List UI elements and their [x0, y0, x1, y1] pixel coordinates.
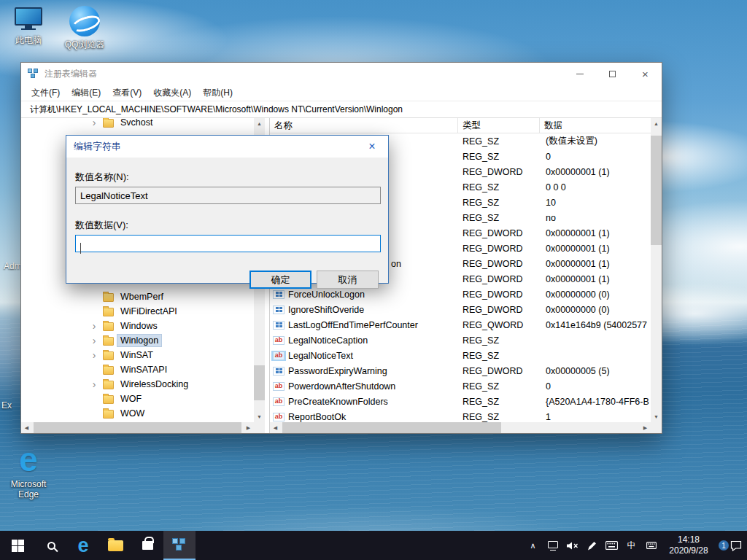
tray-expand-button[interactable]: ∧: [523, 531, 543, 560]
folder-icon: [103, 366, 114, 375]
value-data-input[interactable]: [75, 235, 381, 252]
tree-item-windows[interactable]: ›Windows: [21, 319, 254, 334]
scroll-up-icon[interactable]: ▲: [651, 118, 662, 129]
dialog-titlebar[interactable]: 编辑字符串 ×: [66, 136, 388, 158]
tree-horizontal-scrollbar[interactable]: ◀ ▶: [21, 422, 254, 433]
start-button[interactable]: [0, 531, 35, 560]
menu-item-edit[interactable]: 编辑(E): [66, 85, 107, 101]
close-button[interactable]: ×: [629, 63, 662, 85]
value-data: 0x00000001 (1): [540, 244, 651, 254]
file-explorer-taskbar-button[interactable]: [99, 531, 131, 560]
expand-arrow-icon[interactable]: ›: [90, 334, 98, 348]
folder-icon: [103, 395, 114, 404]
address-bar[interactable]: 计算机\HKEY_LOCAL_MACHINE\SOFTWARE\Microsof…: [21, 101, 662, 118]
expand-arrow-icon[interactable]: ›: [90, 118, 98, 130]
tree-item-label: WiFiDirectAPI: [117, 306, 180, 317]
tree-item-label: Winlogon: [117, 335, 161, 346]
tree-item-wof[interactable]: WOF: [21, 392, 254, 407]
value-name: PasswordExpiryWarning: [288, 366, 387, 376]
dialog-close-button[interactable]: ×: [356, 136, 388, 158]
registry-value-row[interactable]: LastLogOffEndTimePerfCounterREG_QWORD0x1…: [270, 317, 651, 332]
desktop-icon-label: 此电脑: [15, 35, 42, 45]
value-data: {A520A1A4-1780-4FF6-B: [540, 397, 651, 407]
scroll-up-icon[interactable]: ▲: [254, 118, 265, 129]
column-header-name[interactable]: 名称: [270, 118, 458, 133]
tree-item-svchost[interactable]: ›Svchost: [21, 118, 254, 131]
scroll-left-icon[interactable]: ◀: [270, 422, 281, 433]
tree-item-wow[interactable]: WOW: [21, 407, 254, 421]
folder-icon: [108, 540, 123, 551]
menu-item-favorites[interactable]: 收藏夹(A): [147, 85, 197, 101]
minimize-icon: [576, 74, 584, 74]
dword-value-icon: [273, 306, 285, 314]
expand-arrow-icon[interactable]: ›: [90, 349, 98, 362]
expand-arrow-icon[interactable]: ›: [90, 378, 98, 392]
volume-muted-icon: [566, 541, 578, 551]
cancel-button[interactable]: 取消: [317, 271, 379, 289]
desktop-icon-edge[interactable]: e Microsoft Edge: [1, 443, 55, 500]
registry-value-row[interactable]: abLegalNoticeCaptionREG_SZ: [270, 332, 651, 348]
action-center-button[interactable]: 1: [716, 531, 747, 560]
close-icon: ×: [642, 69, 649, 79]
registry-value-row[interactable]: abLegalNoticeTextREG_SZ: [270, 348, 651, 363]
ime-indicator[interactable]: 中: [622, 531, 641, 560]
value-data: 0: [540, 152, 651, 162]
ok-button[interactable]: 确定: [249, 271, 311, 289]
edit-string-dialog: 编辑字符串 × 数值名称(N): 数值数据(V): 确定 取消: [66, 135, 389, 284]
expand-arrow-icon[interactable]: ›: [90, 319, 98, 333]
clock-date: 2020/9/28: [669, 545, 708, 556]
value-data: 10: [540, 198, 651, 208]
regedit-app-icon: [172, 538, 187, 551]
taskbar-clock[interactable]: 14:18 2020/9/28: [661, 531, 716, 560]
value-data: 0 0 0: [540, 182, 651, 192]
string-value-icon: ab: [273, 382, 285, 391]
menu-item-view[interactable]: 查看(V): [107, 85, 147, 101]
desktop-icon-label-fragment: Adm: [4, 261, 22, 271]
tree-item-winsat[interactable]: ›WinSAT: [21, 349, 254, 363]
string-value-icon: ab: [273, 413, 285, 421]
tree-item-wifidirectapi[interactable]: WiFiDirectAPI: [21, 305, 254, 319]
ink-workspace-button[interactable]: [582, 531, 602, 560]
value-name-input[interactable]: [75, 187, 381, 204]
registry-value-row[interactable]: IgnoreShiftOverideREG_DWORD0x00000000 (0…: [270, 302, 651, 317]
tree-item-winsatapi[interactable]: WinSATAPI: [21, 363, 254, 378]
minimize-button[interactable]: [563, 63, 596, 85]
touch-keyboard-button[interactable]: [602, 531, 622, 560]
tree-item-wirelessdocking[interactable]: ›WirelessDocking: [21, 378, 254, 392]
scroll-down-icon[interactable]: ▼: [651, 411, 662, 422]
registry-value-row[interactable]: abReportBootOkREG_SZ1: [270, 409, 651, 422]
value-data: 0x00000000 (0): [540, 289, 651, 300]
column-header-data[interactable]: 数据: [540, 118, 651, 133]
value-name: LegalNoticeCaption: [288, 335, 368, 346]
volume-tray-button[interactable]: [562, 531, 582, 560]
scroll-right-icon[interactable]: ▶: [640, 422, 651, 433]
desktop-icon-qq-browser[interactable]: QQ浏览器: [58, 6, 112, 50]
edge-taskbar-button[interactable]: e: [67, 531, 99, 560]
maximize-button[interactable]: [596, 63, 629, 85]
registry-value-row[interactable]: PasswordExpiryWarningREG_DWORD0x00000005…: [270, 363, 651, 378]
scrollbar-thumb[interactable]: [282, 422, 501, 433]
menu-item-help[interactable]: 帮助(H): [197, 85, 239, 101]
column-header-type[interactable]: 类型: [458, 118, 540, 133]
desktop-icon-this-pc[interactable]: 此电脑: [1, 7, 55, 45]
list-vertical-scrollbar[interactable]: ▲ ▼: [651, 118, 662, 422]
scroll-left-icon[interactable]: ◀: [21, 422, 32, 433]
list-horizontal-scrollbar[interactable]: ◀ ▶: [270, 422, 651, 433]
input-method-keyboard-button[interactable]: [641, 531, 661, 560]
store-taskbar-button[interactable]: [131, 531, 163, 560]
menu-item-file[interactable]: 文件(F): [26, 85, 66, 101]
search-button[interactable]: [35, 531, 67, 560]
tree-item-label: WinSATAPI: [117, 364, 170, 376]
registry-value-row[interactable]: abPowerdownAfterShutdownREG_SZ0: [270, 378, 651, 394]
tree-item-winlogon[interactable]: ›Winlogon: [21, 334, 254, 349]
network-tray-button[interactable]: [543, 531, 562, 560]
scrollbar-thumb[interactable]: [34, 422, 241, 433]
value-type: REG_SZ: [458, 381, 540, 392]
scroll-down-icon[interactable]: ▼: [254, 411, 265, 422]
scrollbar-thumb[interactable]: [254, 365, 265, 400]
scroll-right-icon[interactable]: ▶: [243, 422, 254, 433]
window-titlebar[interactable]: 注册表编辑器 ×: [21, 63, 662, 85]
scrollbar-thumb[interactable]: [651, 136, 662, 245]
registry-value-row[interactable]: abPreCreateKnownFoldersREG_SZ{A520A1A4-1…: [270, 394, 651, 409]
regedit-taskbar-button[interactable]: [163, 531, 196, 560]
